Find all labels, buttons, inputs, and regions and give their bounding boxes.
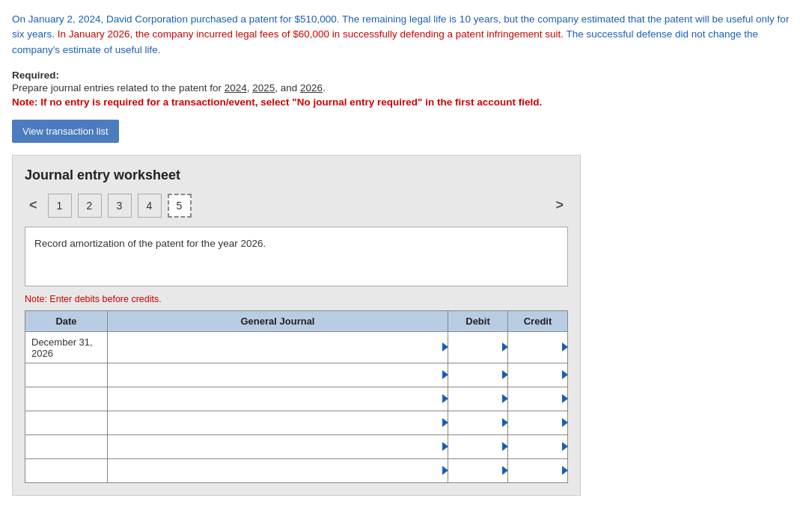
header-credit: Credit (508, 310, 568, 331)
credit-cell-4[interactable] (508, 411, 568, 434)
debit-cell-3[interactable] (448, 387, 508, 411)
debit-cell-1[interactable] (448, 331, 508, 363)
journal-cell-6[interactable] (108, 458, 448, 482)
entry-description-box: Record amortization of the patent for th… (25, 227, 568, 286)
tab-button-3[interactable]: 3 (108, 194, 132, 218)
debit-cell-5[interactable] (448, 434, 508, 458)
journal-cell-5[interactable] (108, 434, 448, 458)
required-note: Note: If no entry is required for a tran… (12, 96, 800, 108)
date-cell-1: December 31,2026 (25, 331, 108, 363)
tab-button-4[interactable]: 4 (138, 194, 162, 218)
credit-cell-1[interactable] (508, 331, 568, 363)
journal-cell-4[interactable] (108, 411, 448, 434)
table-row (25, 434, 568, 458)
triangle-indicator-credit-2 (562, 370, 568, 379)
table-row (25, 458, 568, 482)
table-row (25, 411, 568, 434)
debit-cell-4[interactable] (448, 411, 508, 434)
triangle-indicator-credit-3 (562, 394, 568, 403)
triangle-indicator-credit-1 (562, 343, 568, 351)
table-row (25, 363, 568, 387)
date-cell-4 (25, 411, 108, 434)
date-cell-5 (25, 434, 108, 458)
header-date: Date (25, 310, 108, 331)
tab-prev-button[interactable]: < (25, 196, 42, 215)
entry-description-text: Record amortization of the patent for th… (34, 238, 266, 249)
debit-cell-6[interactable] (448, 458, 508, 482)
credit-cell-6[interactable] (508, 458, 568, 482)
triangle-indicator-credit-5 (562, 442, 568, 451)
required-section: Required: Prepare journal entries relate… (12, 70, 800, 108)
date-cell-3 (25, 387, 108, 411)
journal-cell-1[interactable] (108, 331, 448, 363)
journal-cell-3[interactable] (108, 387, 448, 411)
worksheet-title: Journal entry worksheet (25, 168, 568, 183)
tab-button-2[interactable]: 2 (78, 194, 102, 218)
triangle-indicator-credit-6 (562, 466, 568, 475)
tab-next-button[interactable]: > (551, 196, 568, 215)
table-row: December 31,2026 (25, 331, 568, 363)
tab-navigation: < 1 2 3 4 5 > (25, 194, 568, 218)
table-row (25, 387, 568, 411)
prepare-text: Prepare journal entries related to the p… (12, 82, 800, 93)
credit-cell-3[interactable] (508, 387, 568, 411)
triangle-indicator-credit-4 (562, 418, 568, 427)
intro-paragraph: On January 2, 2024, David Corporation pu… (12, 12, 800, 58)
view-transaction-list-button[interactable]: View transaction list (12, 120, 119, 143)
intro-text-part2: In January 2026, the company incurred le… (55, 28, 564, 40)
journal-cell-2[interactable] (108, 363, 448, 387)
date-cell-2 (25, 363, 108, 387)
prepare-text-content: Prepare journal entries related to the p… (12, 82, 326, 93)
header-debit: Debit (448, 310, 508, 331)
credit-cell-2[interactable] (508, 363, 568, 387)
header-general-journal: General Journal (108, 310, 448, 331)
note-debits: Note: Enter debits before credits. (25, 294, 568, 304)
debit-cell-2[interactable] (448, 363, 508, 387)
required-label: Required: (12, 70, 800, 81)
tab-button-1[interactable]: 1 (48, 194, 72, 218)
worksheet-container: Journal entry worksheet < 1 2 3 4 5 > Re… (12, 155, 581, 496)
journal-table: Date General Journal Debit Credit Decemb… (25, 310, 568, 483)
credit-cell-5[interactable] (508, 434, 568, 458)
tab-button-5[interactable]: 5 (168, 194, 192, 218)
date-cell-6 (25, 458, 108, 482)
